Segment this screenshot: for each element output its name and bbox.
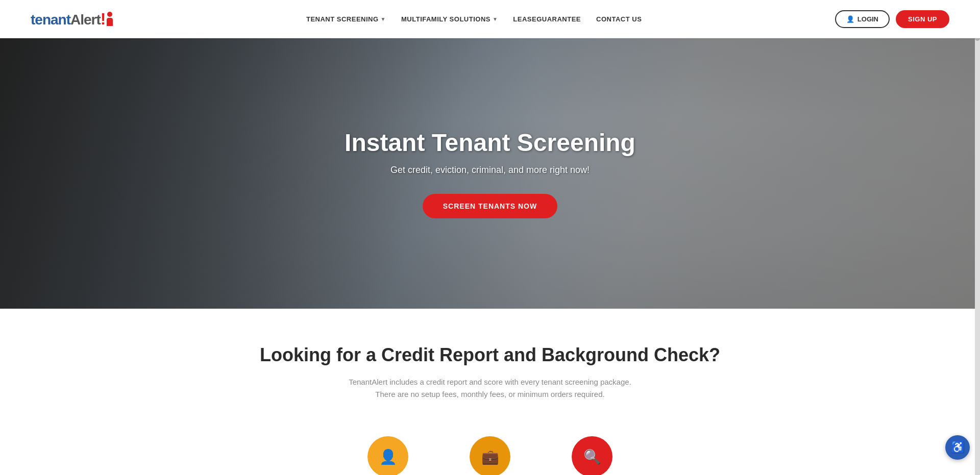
main-nav: TENANT SCREENING ▼ MULTIFAMILY SOLUTIONS… [306,15,642,23]
info-paragraph-2: There are no setup fees, monthly fees, o… [31,388,949,401]
accessibility-icon: ♿ [951,441,965,454]
logo-figure-icon [107,12,113,26]
briefcase-icon: 💼 [481,448,499,465]
hero-title: Instant Tenant Screening [345,129,635,157]
info-section: Looking for a Credit Report and Backgrou… [0,309,980,426]
screen-tenants-button[interactable]: SCREEN TENANTS NOW [423,194,557,218]
feature-icon-1: 👤 [368,436,408,475]
search-icon: 🔍 [583,448,601,465]
info-paragraph-1: TenantAlert includes a credit report and… [31,376,949,388]
nav-contact-us[interactable]: CONTACT US [596,15,642,23]
hero-content: Instant Tenant Screening Get credit, evi… [345,129,635,218]
nav-actions: 👤 LOGIN SIGN UP [835,10,949,28]
scrollbar[interactable] [975,0,980,475]
nav-leaseguarantee[interactable]: LEASEGUARANTEE [513,15,581,23]
login-button[interactable]: 👤 LOGIN [835,10,890,28]
nav-multifamily-solutions[interactable]: MULTIFAMILY SOLUTIONS ▼ [401,15,498,23]
icons-row: 👤 💼 🔍 [0,426,980,475]
header: tenantAlert! TENANT SCREENING ▼ MULTIFAM… [0,0,980,38]
hero-subtitle: Get credit, eviction, criminal, and more… [345,165,635,176]
chevron-down-icon: ▼ [493,16,498,22]
person-icon: 👤 [379,448,397,465]
nav-tenant-screening[interactable]: TENANT SCREENING ▼ [306,15,386,23]
logo-exclaim: ! [101,10,106,28]
person-icon: 👤 [846,15,854,23]
logo[interactable]: tenantAlert! [31,10,113,29]
accessibility-button[interactable]: ♿ [945,435,970,460]
logo-alert-text: Alert [70,12,101,28]
signup-button[interactable]: SIGN UP [896,10,949,28]
info-heading: Looking for a Credit Report and Backgrou… [31,344,949,366]
hero-section: Instant Tenant Screening Get credit, evi… [0,38,980,309]
chevron-down-icon: ▼ [381,16,386,22]
feature-icon-2: 💼 [470,436,510,475]
logo-tenant-text: tenant [31,12,70,28]
feature-icon-3: 🔍 [572,436,612,475]
